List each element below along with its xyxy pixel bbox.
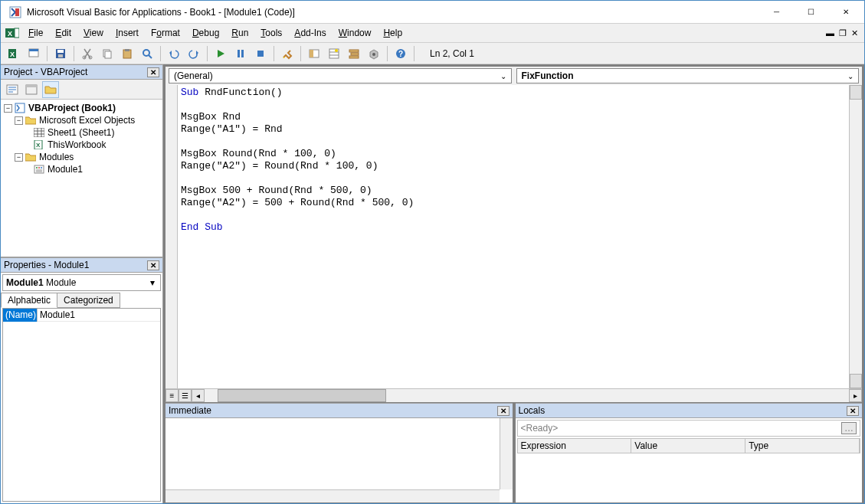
code-window: (General) ⌄ FixFunction ⌄ Sub RndFunctio… bbox=[165, 66, 863, 402]
project-exp-button[interactable] bbox=[306, 45, 323, 62]
col-expression[interactable]: Expression bbox=[518, 439, 632, 453]
mdi-controls: ▬ ❐ ✕ bbox=[826, 28, 864, 38]
toolbar: X ? Ln 2, Col 1 bbox=[1, 43, 864, 64]
immediate-close[interactable]: ✕ bbox=[497, 406, 509, 416]
find-button[interactable] bbox=[139, 45, 156, 62]
svg-rect-41 bbox=[15, 103, 25, 113]
horizontal-scrollbar[interactable]: ≡ ☰ ◂ ▸ bbox=[165, 388, 862, 401]
window-title: Microsoft Visual Basic for Applications … bbox=[27, 7, 759, 18]
toolbox-button[interactable] bbox=[365, 45, 382, 62]
minimize-button[interactable]: ─ bbox=[759, 2, 794, 23]
svg-rect-11 bbox=[58, 54, 63, 57]
col-type[interactable]: Type bbox=[745, 439, 860, 453]
code-editor[interactable]: Sub RndFunction() MsgBox Rnd Range("A1")… bbox=[178, 85, 849, 388]
tree-sheet1[interactable]: Sheet1 (Sheet1) bbox=[2, 126, 161, 139]
properties-panel: Properties - Module1 ✕ Module1 Module ▾ … bbox=[1, 257, 162, 503]
mdi-restore[interactable]: ❐ bbox=[839, 28, 847, 38]
svg-rect-40 bbox=[26, 85, 37, 87]
immediate-pane: Immediate ✕ bbox=[165, 402, 513, 503]
immediate-vscroll[interactable] bbox=[500, 418, 513, 489]
workspace: Project - VBAProject ✕ − VBAProject (Boo… bbox=[1, 64, 864, 503]
design-mode-button[interactable] bbox=[279, 45, 296, 62]
immediate-body[interactable] bbox=[165, 418, 513, 502]
run-button[interactable] bbox=[212, 45, 229, 62]
svg-point-51 bbox=[38, 167, 40, 169]
tree-module1[interactable]: Module1 bbox=[2, 163, 161, 175]
tree-modules[interactable]: − Modules bbox=[2, 151, 161, 163]
proc-view-btn[interactable]: ≡ bbox=[165, 389, 179, 402]
maximize-button[interactable]: ☐ bbox=[794, 2, 828, 23]
close-button[interactable]: ✕ bbox=[828, 2, 863, 23]
vertical-scrollbar[interactable] bbox=[849, 85, 862, 388]
project-toolbar bbox=[1, 80, 162, 100]
full-view-btn[interactable]: ☰ bbox=[179, 389, 192, 402]
paste-button[interactable] bbox=[119, 45, 136, 62]
procedure-dropdown[interactable]: FixFunction ⌄ bbox=[516, 68, 860, 83]
svg-rect-1 bbox=[15, 8, 19, 16]
tree-thisworkbook[interactable]: X ThisWorkbook bbox=[2, 139, 161, 151]
menu-view[interactable]: View bbox=[77, 25, 110, 41]
project-tree[interactable]: − VBAProject (Book1) − Microsoft Excel O… bbox=[1, 100, 162, 257]
col-value[interactable]: Value bbox=[631, 439, 745, 453]
properties-grid[interactable]: (Name) Module1 bbox=[2, 308, 161, 502]
app-icon bbox=[8, 5, 22, 19]
svg-line-19 bbox=[149, 55, 152, 58]
locals-body: <Ready> … Expression Value Type bbox=[516, 418, 863, 502]
svg-text:X: X bbox=[10, 51, 15, 58]
mdi-close[interactable]: ✕ bbox=[851, 28, 858, 38]
scroll-thumb[interactable] bbox=[218, 389, 386, 402]
properties-close[interactable]: ✕ bbox=[147, 260, 159, 270]
folder-toggle-btn[interactable] bbox=[42, 81, 59, 98]
insert-userform-button[interactable] bbox=[25, 45, 42, 62]
save-button[interactable] bbox=[52, 45, 69, 62]
svg-point-18 bbox=[143, 50, 149, 56]
view-excel-button[interactable]: X bbox=[5, 45, 22, 62]
locals-ellipsis-btn[interactable]: … bbox=[841, 422, 857, 434]
properties-object-dd[interactable]: Module1 Module ▾ bbox=[2, 274, 161, 291]
tab-alphabetic[interactable]: Alphabetic bbox=[1, 293, 57, 308]
copy-button[interactable] bbox=[99, 45, 116, 62]
locals-close[interactable]: ✕ bbox=[847, 406, 859, 416]
menu-edit[interactable]: Edit bbox=[49, 25, 77, 41]
help-button[interactable]: ? bbox=[392, 45, 409, 62]
menu-tools[interactable]: Tools bbox=[254, 25, 288, 41]
reset-button[interactable] bbox=[252, 45, 269, 62]
view-code-btn[interactable] bbox=[4, 81, 21, 98]
menu-window[interactable]: Window bbox=[333, 25, 378, 41]
menu-addins[interactable]: Add-Ins bbox=[288, 25, 332, 41]
menu-run[interactable]: Run bbox=[225, 25, 254, 41]
cut-button[interactable] bbox=[79, 45, 96, 62]
code-margin[interactable] bbox=[165, 85, 178, 388]
right-area: (General) ⌄ FixFunction ⌄ Sub RndFunctio… bbox=[163, 64, 864, 503]
locals-header: Locals ✕ bbox=[516, 403, 863, 418]
object-browser-button[interactable] bbox=[346, 45, 362, 62]
menu-format[interactable]: Format bbox=[145, 25, 186, 41]
menu-debug[interactable]: Debug bbox=[186, 25, 225, 41]
svg-point-52 bbox=[41, 167, 42, 169]
prop-row-name[interactable]: (Name) Module1 bbox=[3, 309, 160, 322]
redo-button[interactable] bbox=[185, 45, 202, 62]
excel-icon[interactable]: X bbox=[5, 27, 19, 39]
tab-categorized[interactable]: Categorized bbox=[57, 293, 120, 308]
undo-button[interactable] bbox=[165, 45, 182, 62]
properties-button[interactable] bbox=[326, 45, 342, 62]
scope-dropdown[interactable]: (General) ⌄ bbox=[169, 68, 512, 83]
scroll-left-btn[interactable]: ◂ bbox=[192, 389, 205, 402]
svg-point-50 bbox=[36, 167, 38, 169]
project-panel-close[interactable]: ✕ bbox=[147, 67, 159, 77]
svg-rect-29 bbox=[349, 50, 359, 52]
view-object-btn[interactable] bbox=[23, 81, 40, 98]
scroll-right-btn[interactable]: ▸ bbox=[849, 389, 862, 402]
immediate-hscroll[interactable] bbox=[165, 489, 500, 502]
svg-rect-21 bbox=[241, 50, 244, 57]
tree-root[interactable]: − VBAProject (Book1) bbox=[2, 102, 161, 114]
menu-file[interactable]: File bbox=[22, 25, 49, 41]
menu-help[interactable]: Help bbox=[377, 25, 408, 41]
break-button[interactable] bbox=[232, 45, 249, 62]
svg-rect-15 bbox=[105, 51, 111, 58]
locals-columns: Expression Value Type bbox=[517, 438, 861, 453]
mdi-minimize[interactable]: ▬ bbox=[826, 28, 834, 38]
svg-rect-4 bbox=[15, 28, 19, 38]
tree-excel-objects[interactable]: − Microsoft Excel Objects bbox=[2, 114, 161, 126]
menu-insert[interactable]: Insert bbox=[110, 25, 145, 41]
